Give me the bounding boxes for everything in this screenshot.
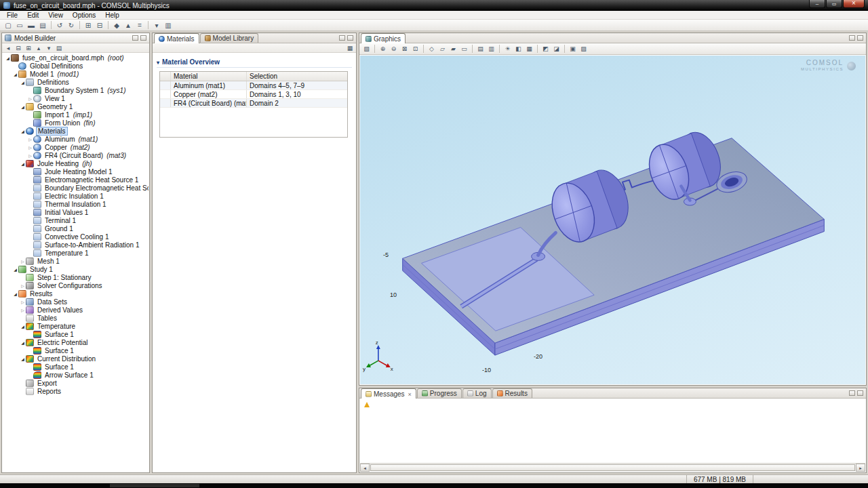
tree-item-geometry-1[interactable]: Geometry 1 bbox=[3, 102, 149, 110]
tree-item-boundary-system-1[interactable]: Boundary System 1(sys1) bbox=[3, 86, 149, 94]
zoom-extents-icon[interactable]: ⊠ bbox=[399, 44, 410, 54]
move-up-icon[interactable]: ▴ bbox=[34, 44, 43, 52]
save-file-icon[interactable]: ▬ bbox=[26, 20, 37, 30]
tree-item-global-definitions[interactable]: Global Definitions bbox=[3, 62, 149, 70]
tree-item-current-distribution[interactable]: Current Distribution bbox=[3, 354, 149, 363]
collapse-section-icon[interactable] bbox=[157, 58, 162, 66]
tree-item-ground-1[interactable]: Ground 1 bbox=[3, 224, 149, 232]
table-row[interactable]: Aluminum (mat1)Domains 4–5, 7–9 bbox=[160, 81, 347, 90]
back-icon[interactable]: ◂ bbox=[3, 44, 13, 52]
go-to-zx-view-icon[interactable]: ▭ bbox=[459, 44, 469, 54]
tree-item-materials[interactable]: Materials bbox=[3, 127, 149, 135]
column-header-material[interactable]: Material bbox=[171, 72, 247, 81]
expand-arrow-icon[interactable] bbox=[27, 94, 33, 103]
zoom-out-icon[interactable]: ⊖ bbox=[389, 44, 399, 54]
menu-options[interactable]: Options bbox=[68, 11, 100, 20]
tree-item-thermal-insulation-1[interactable]: Thermal Insulation 1 bbox=[3, 200, 149, 208]
minimize-button[interactable] bbox=[809, 0, 825, 8]
tree-item-temperature[interactable]: Temperature bbox=[3, 322, 149, 330]
plot-dropdown-icon[interactable]: ▾ bbox=[151, 20, 162, 30]
tree-item-surface-to-ambient-radiation-1[interactable]: Surface-to-Ambient Radiation 1 bbox=[3, 241, 149, 249]
collapse-all-icon[interactable]: ⊟ bbox=[14, 44, 23, 52]
3d-model-view[interactable]: z y x bbox=[360, 56, 865, 384]
collapse-arrow-icon[interactable] bbox=[20, 354, 26, 363]
move-down-icon[interactable]: ▾ bbox=[44, 44, 54, 52]
build-mesh-icon[interactable]: ▲ bbox=[123, 20, 134, 30]
tree-item-model-1[interactable]: Model 1(mod1) bbox=[3, 70, 149, 78]
redo-icon[interactable]: ↻ bbox=[66, 20, 77, 30]
scene-light-icon[interactable]: ☀ bbox=[502, 44, 513, 54]
go-to-yz-view-icon[interactable]: ▰ bbox=[448, 44, 458, 54]
expand-arrow-icon[interactable] bbox=[27, 151, 33, 160]
tree-item-fuse-on-circuit-board-mph[interactable]: fuse_on_circuit_board.mph(root) bbox=[3, 54, 149, 62]
maximize-panel-icon[interactable] bbox=[140, 35, 146, 41]
tree-item-temperature-1[interactable]: Temperature 1 bbox=[3, 249, 149, 257]
tree-item-initial-values-1[interactable]: Initial Values 1 bbox=[3, 208, 149, 216]
tree-item-view-1[interactable]: View 1 bbox=[3, 94, 149, 102]
material-overview-section[interactable]: Material Overview bbox=[157, 57, 352, 68]
collapse-arrow-icon[interactable] bbox=[12, 70, 18, 79]
wireframe-rendering-icon[interactable]: ▦ bbox=[524, 44, 534, 54]
tree-item-results[interactable]: Results bbox=[3, 289, 149, 298]
column-header-selection[interactable]: Selection bbox=[247, 72, 347, 81]
tree-item-boundary-electromagnetic-heat-source-1[interactable]: Boundary Electromagnetic Heat Source 1 bbox=[3, 184, 149, 192]
close-icon[interactable] bbox=[408, 390, 412, 398]
tree-item-electric-potential[interactable]: Electric Potential bbox=[3, 338, 149, 346]
tab-progress[interactable]: Progress bbox=[417, 388, 462, 398]
tree-item-export[interactable]: Export bbox=[3, 379, 149, 387]
scroll-left-icon[interactable] bbox=[360, 464, 370, 472]
expand-all-icon[interactable]: ⊞ bbox=[24, 44, 33, 52]
table-row[interactable]: Copper (mat2)Domains 1, 3, 10 bbox=[160, 90, 347, 99]
tree-item-mesh-1[interactable]: Mesh 1 bbox=[3, 257, 149, 265]
tree-item-electromagnetic-heat-source-1[interactable]: Electromagnetic Heat Source 1 bbox=[3, 176, 149, 184]
tree-item-aluminum[interactable]: Aluminum(mat1) bbox=[3, 135, 149, 143]
tree-item-terminal-1[interactable]: Terminal 1 bbox=[3, 216, 149, 224]
window-layout-icon[interactable]: ▥ bbox=[163, 20, 174, 30]
maximize-panel-icon[interactable] bbox=[857, 390, 863, 396]
horizontal-scrollbar[interactable] bbox=[360, 463, 865, 472]
scrollbar-thumb[interactable] bbox=[370, 464, 855, 471]
expand-arrow-icon[interactable] bbox=[20, 257, 26, 266]
collapse-arrow-icon[interactable] bbox=[20, 102, 26, 111]
tree-item-definitions[interactable]: Definitions bbox=[3, 78, 149, 86]
expand-arrow-icon[interactable] bbox=[20, 281, 26, 290]
tree-item-surface-1[interactable]: Surface 1 bbox=[3, 363, 149, 371]
graphics-canvas[interactable]: z y x COMSOL MULTIPHYSICS -510-20-10 bbox=[360, 56, 865, 384]
tree-item-convective-cooling-1[interactable]: Convective Cooling 1 bbox=[3, 232, 149, 241]
undo-icon[interactable]: ↺ bbox=[54, 20, 65, 30]
close-button[interactable] bbox=[843, 0, 865, 8]
menu-help[interactable]: Help bbox=[100, 11, 124, 20]
tree-item-joule-heating[interactable]: Joule Heating(jh) bbox=[3, 159, 149, 167]
tree-item-surface-1[interactable]: Surface 1 bbox=[3, 346, 149, 354]
tab-messages[interactable]: Messages bbox=[361, 388, 416, 399]
plot-icon[interactable]: ▧ bbox=[361, 44, 372, 54]
collapse-arrow-icon[interactable] bbox=[20, 159, 26, 168]
tree-item-surface-1[interactable]: Surface 1 bbox=[3, 330, 149, 338]
table-row[interactable]: FR4 (Circuit Board) (mat3)Domain 2 bbox=[160, 99, 347, 108]
paste-icon[interactable]: ⊟ bbox=[94, 20, 105, 30]
maximize-panel-icon[interactable] bbox=[857, 35, 863, 41]
deselect-box-icon[interactable]: ◪ bbox=[551, 44, 561, 54]
tree-item-tables[interactable]: Tables bbox=[3, 314, 149, 322]
transparency-icon[interactable]: ◧ bbox=[513, 44, 524, 54]
orthographic-projection-icon[interactable]: ▤ bbox=[475, 44, 486, 54]
tree-item-import-1[interactable]: Import 1(imp1) bbox=[3, 110, 149, 119]
zoom-in-icon[interactable]: ⊕ bbox=[378, 44, 388, 54]
build-geometry-icon[interactable]: ◆ bbox=[111, 20, 122, 30]
tab-model-library[interactable]: Model Library bbox=[200, 33, 259, 43]
tree-item-electric-insulation-1[interactable]: Electric Insulation 1 bbox=[3, 192, 149, 200]
zoom-box-icon[interactable]: ⊡ bbox=[410, 44, 420, 54]
tree-item-solver-configurations[interactable]: Solver Configurations bbox=[3, 281, 149, 289]
expand-arrow-icon[interactable] bbox=[20, 306, 26, 314]
tree-item-study-1[interactable]: Study 1 bbox=[3, 265, 149, 273]
collapse-arrow-icon[interactable] bbox=[20, 127, 26, 136]
tree-item-derived-values[interactable]: Derived Values bbox=[3, 306, 149, 314]
tree-item-joule-heating-model-1[interactable]: Joule Heating Model 1 bbox=[3, 167, 149, 176]
copy-icon[interactable]: ⊞ bbox=[83, 20, 94, 30]
tab-materials[interactable]: Materials bbox=[154, 33, 199, 43]
tree-item-reports[interactable]: Reports bbox=[3, 387, 149, 395]
collapse-arrow-icon[interactable] bbox=[20, 78, 26, 87]
minimize-panel-icon[interactable] bbox=[849, 390, 855, 396]
minimize-panel-icon[interactable] bbox=[132, 35, 138, 41]
tree-item-step-1-stationary[interactable]: Step 1: Stationary bbox=[3, 273, 149, 281]
